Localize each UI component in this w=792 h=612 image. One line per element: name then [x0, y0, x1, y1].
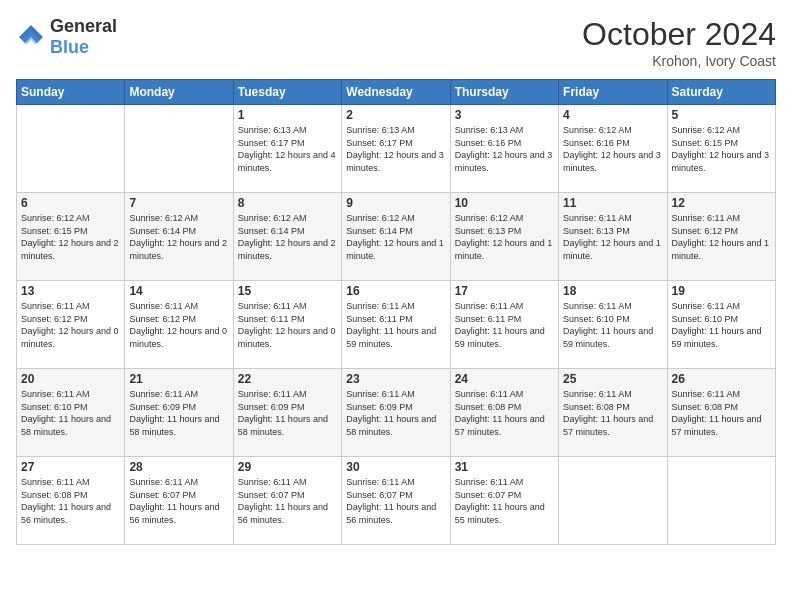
cell-w4-d4: 23Sunrise: 6:11 AM Sunset: 6:09 PM Dayli…	[342, 369, 450, 457]
day-info-11: Sunrise: 6:11 AM Sunset: 6:13 PM Dayligh…	[563, 212, 662, 262]
cell-w1-d1	[17, 105, 125, 193]
cell-w2-d3: 8Sunrise: 6:12 AM Sunset: 6:14 PM Daylig…	[233, 193, 341, 281]
cell-w5-d2: 28Sunrise: 6:11 AM Sunset: 6:07 PM Dayli…	[125, 457, 233, 545]
cell-w5-d5: 31Sunrise: 6:11 AM Sunset: 6:07 PM Dayli…	[450, 457, 558, 545]
day-info-15: Sunrise: 6:11 AM Sunset: 6:11 PM Dayligh…	[238, 300, 337, 350]
day-number-31: 31	[455, 460, 554, 474]
day-info-21: Sunrise: 6:11 AM Sunset: 6:09 PM Dayligh…	[129, 388, 228, 438]
day-number-18: 18	[563, 284, 662, 298]
month-title: October 2024	[582, 16, 776, 53]
header-wednesday: Wednesday	[342, 80, 450, 105]
day-info-6: Sunrise: 6:12 AM Sunset: 6:15 PM Dayligh…	[21, 212, 120, 262]
weekday-header-row: Sunday Monday Tuesday Wednesday Thursday…	[17, 80, 776, 105]
cell-w3-d7: 19Sunrise: 6:11 AM Sunset: 6:10 PM Dayli…	[667, 281, 775, 369]
day-number-11: 11	[563, 196, 662, 210]
cell-w1-d6: 4Sunrise: 6:12 AM Sunset: 6:16 PM Daylig…	[559, 105, 667, 193]
day-number-16: 16	[346, 284, 445, 298]
day-info-27: Sunrise: 6:11 AM Sunset: 6:08 PM Dayligh…	[21, 476, 120, 526]
logo-text: General Blue	[50, 16, 117, 58]
cell-w2-d1: 6Sunrise: 6:12 AM Sunset: 6:15 PM Daylig…	[17, 193, 125, 281]
day-number-29: 29	[238, 460, 337, 474]
header-sunday: Sunday	[17, 80, 125, 105]
day-number-21: 21	[129, 372, 228, 386]
week-row-4: 20Sunrise: 6:11 AM Sunset: 6:10 PM Dayli…	[17, 369, 776, 457]
day-number-2: 2	[346, 108, 445, 122]
week-row-5: 27Sunrise: 6:11 AM Sunset: 6:08 PM Dayli…	[17, 457, 776, 545]
day-info-9: Sunrise: 6:12 AM Sunset: 6:14 PM Dayligh…	[346, 212, 445, 262]
cell-w2-d4: 9Sunrise: 6:12 AM Sunset: 6:14 PM Daylig…	[342, 193, 450, 281]
day-info-12: Sunrise: 6:11 AM Sunset: 6:12 PM Dayligh…	[672, 212, 771, 262]
cell-w5-d3: 29Sunrise: 6:11 AM Sunset: 6:07 PM Dayli…	[233, 457, 341, 545]
day-number-4: 4	[563, 108, 662, 122]
cell-w4-d1: 20Sunrise: 6:11 AM Sunset: 6:10 PM Dayli…	[17, 369, 125, 457]
day-info-30: Sunrise: 6:11 AM Sunset: 6:07 PM Dayligh…	[346, 476, 445, 526]
cell-w1-d2	[125, 105, 233, 193]
day-number-27: 27	[21, 460, 120, 474]
day-info-13: Sunrise: 6:11 AM Sunset: 6:12 PM Dayligh…	[21, 300, 120, 350]
day-info-25: Sunrise: 6:11 AM Sunset: 6:08 PM Dayligh…	[563, 388, 662, 438]
logo-icon	[16, 22, 46, 52]
day-info-22: Sunrise: 6:11 AM Sunset: 6:09 PM Dayligh…	[238, 388, 337, 438]
day-number-30: 30	[346, 460, 445, 474]
day-info-16: Sunrise: 6:11 AM Sunset: 6:11 PM Dayligh…	[346, 300, 445, 350]
day-number-26: 26	[672, 372, 771, 386]
day-number-14: 14	[129, 284, 228, 298]
day-info-23: Sunrise: 6:11 AM Sunset: 6:09 PM Dayligh…	[346, 388, 445, 438]
cell-w3-d6: 18Sunrise: 6:11 AM Sunset: 6:10 PM Dayli…	[559, 281, 667, 369]
cell-w2-d2: 7Sunrise: 6:12 AM Sunset: 6:14 PM Daylig…	[125, 193, 233, 281]
cell-w4-d5: 24Sunrise: 6:11 AM Sunset: 6:08 PM Dayli…	[450, 369, 558, 457]
header-saturday: Saturday	[667, 80, 775, 105]
day-info-26: Sunrise: 6:11 AM Sunset: 6:08 PM Dayligh…	[672, 388, 771, 438]
logo-blue: Blue	[50, 37, 89, 57]
day-number-25: 25	[563, 372, 662, 386]
cell-w2-d6: 11Sunrise: 6:11 AM Sunset: 6:13 PM Dayli…	[559, 193, 667, 281]
day-number-1: 1	[238, 108, 337, 122]
cell-w5-d4: 30Sunrise: 6:11 AM Sunset: 6:07 PM Dayli…	[342, 457, 450, 545]
day-number-19: 19	[672, 284, 771, 298]
day-info-17: Sunrise: 6:11 AM Sunset: 6:11 PM Dayligh…	[455, 300, 554, 350]
logo: General Blue	[16, 16, 117, 58]
page: General Blue October 2024 Krohon, Ivory …	[0, 0, 792, 612]
day-number-15: 15	[238, 284, 337, 298]
day-number-6: 6	[21, 196, 120, 210]
title-block: October 2024 Krohon, Ivory Coast	[582, 16, 776, 69]
day-number-9: 9	[346, 196, 445, 210]
cell-w5-d6	[559, 457, 667, 545]
day-number-24: 24	[455, 372, 554, 386]
day-info-20: Sunrise: 6:11 AM Sunset: 6:10 PM Dayligh…	[21, 388, 120, 438]
cell-w3-d2: 14Sunrise: 6:11 AM Sunset: 6:12 PM Dayli…	[125, 281, 233, 369]
cell-w4-d7: 26Sunrise: 6:11 AM Sunset: 6:08 PM Dayli…	[667, 369, 775, 457]
cell-w3-d5: 17Sunrise: 6:11 AM Sunset: 6:11 PM Dayli…	[450, 281, 558, 369]
day-info-7: Sunrise: 6:12 AM Sunset: 6:14 PM Dayligh…	[129, 212, 228, 262]
week-row-2: 6Sunrise: 6:12 AM Sunset: 6:15 PM Daylig…	[17, 193, 776, 281]
day-number-13: 13	[21, 284, 120, 298]
day-number-23: 23	[346, 372, 445, 386]
cell-w1-d4: 2Sunrise: 6:13 AM Sunset: 6:17 PM Daylig…	[342, 105, 450, 193]
cell-w4-d6: 25Sunrise: 6:11 AM Sunset: 6:08 PM Dayli…	[559, 369, 667, 457]
day-info-1: Sunrise: 6:13 AM Sunset: 6:17 PM Dayligh…	[238, 124, 337, 174]
cell-w3-d3: 15Sunrise: 6:11 AM Sunset: 6:11 PM Dayli…	[233, 281, 341, 369]
cell-w1-d3: 1Sunrise: 6:13 AM Sunset: 6:17 PM Daylig…	[233, 105, 341, 193]
cell-w4-d3: 22Sunrise: 6:11 AM Sunset: 6:09 PM Dayli…	[233, 369, 341, 457]
day-info-24: Sunrise: 6:11 AM Sunset: 6:08 PM Dayligh…	[455, 388, 554, 438]
cell-w3-d4: 16Sunrise: 6:11 AM Sunset: 6:11 PM Dayli…	[342, 281, 450, 369]
header-friday: Friday	[559, 80, 667, 105]
cell-w2-d5: 10Sunrise: 6:12 AM Sunset: 6:13 PM Dayli…	[450, 193, 558, 281]
day-number-17: 17	[455, 284, 554, 298]
cell-w1-d5: 3Sunrise: 6:13 AM Sunset: 6:16 PM Daylig…	[450, 105, 558, 193]
cell-w2-d7: 12Sunrise: 6:11 AM Sunset: 6:12 PM Dayli…	[667, 193, 775, 281]
day-number-10: 10	[455, 196, 554, 210]
cell-w1-d7: 5Sunrise: 6:12 AM Sunset: 6:15 PM Daylig…	[667, 105, 775, 193]
day-info-3: Sunrise: 6:13 AM Sunset: 6:16 PM Dayligh…	[455, 124, 554, 174]
logo-general: General	[50, 16, 117, 36]
day-number-20: 20	[21, 372, 120, 386]
header-tuesday: Tuesday	[233, 80, 341, 105]
week-row-1: 1Sunrise: 6:13 AM Sunset: 6:17 PM Daylig…	[17, 105, 776, 193]
calendar-table: Sunday Monday Tuesday Wednesday Thursday…	[16, 79, 776, 545]
day-info-31: Sunrise: 6:11 AM Sunset: 6:07 PM Dayligh…	[455, 476, 554, 526]
header: General Blue October 2024 Krohon, Ivory …	[16, 16, 776, 69]
day-info-19: Sunrise: 6:11 AM Sunset: 6:10 PM Dayligh…	[672, 300, 771, 350]
day-info-4: Sunrise: 6:12 AM Sunset: 6:16 PM Dayligh…	[563, 124, 662, 174]
cell-w5-d1: 27Sunrise: 6:11 AM Sunset: 6:08 PM Dayli…	[17, 457, 125, 545]
day-info-29: Sunrise: 6:11 AM Sunset: 6:07 PM Dayligh…	[238, 476, 337, 526]
